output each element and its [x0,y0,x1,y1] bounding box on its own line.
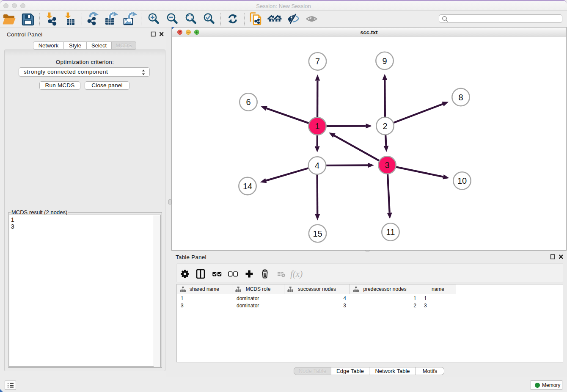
svg-text:9: 9 [382,56,387,66]
svg-text:7: 7 [315,57,320,66]
svg-text:2: 2 [383,121,387,131]
svg-text:3: 3 [385,160,389,170]
svg-text:6: 6 [246,97,250,107]
svg-text:15: 15 [313,229,322,238]
svg-text:f(x): f(x) [290,269,303,279]
svg-text:1: 1 [315,121,319,131]
svg-text:11: 11 [386,227,395,237]
svg-text:10: 10 [457,176,467,185]
svg-text:4: 4 [315,161,319,170]
svg-text:8: 8 [458,93,463,102]
svg-text:14: 14 [243,182,252,191]
